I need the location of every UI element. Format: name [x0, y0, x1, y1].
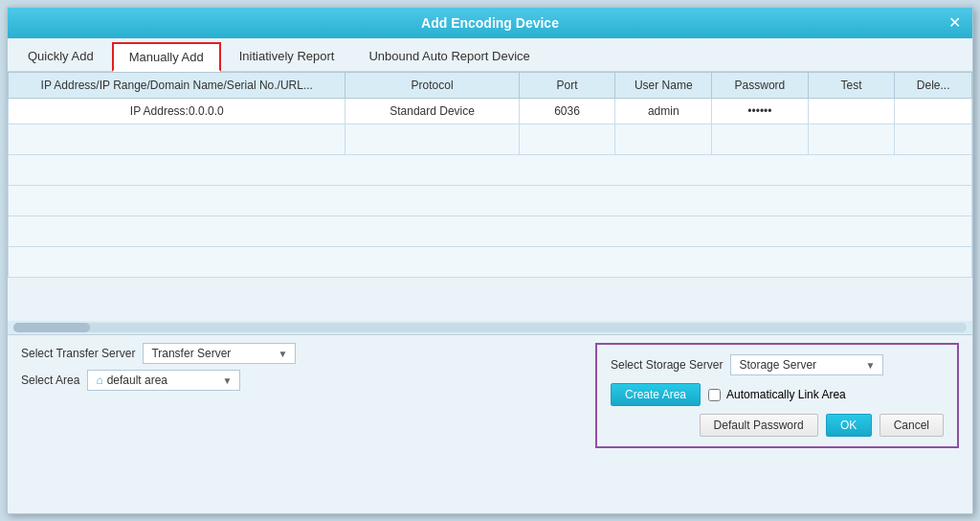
action-buttons-row: Default Password OK Cancel	[611, 414, 944, 437]
cell-address[interactable]: IP Address:0.0.0.0	[9, 99, 345, 125]
tab-unbound-auto-report[interactable]: Unbound Auto Report Device	[352, 42, 546, 71]
table-row-empty	[9, 155, 972, 186]
device-table: IP Address/IP Range/Domain Name/Serial N…	[8, 72, 972, 278]
col-header-port: Port	[519, 73, 615, 99]
cell-protocol[interactable]: Standard Device	[345, 99, 519, 125]
auto-link-label: Automatically Link Area	[726, 388, 846, 401]
tab-manually-add[interactable]: Manually Add	[112, 42, 221, 72]
chevron-down-icon: ▼	[866, 360, 876, 371]
area-select[interactable]: ⌂ default area ▼	[87, 370, 240, 391]
tab-quickly-add[interactable]: Quickly Add	[11, 42, 110, 71]
footer: Select Transfer Server Transfer Server ▼…	[8, 334, 972, 456]
cell-address-empty	[9, 125, 345, 155]
table-row[interactable]: IP Address:0.0.0.0 Standard Device 6036 …	[9, 99, 972, 125]
table-row	[9, 125, 972, 155]
cell-test[interactable]	[808, 99, 895, 125]
cancel-button[interactable]: Cancel	[880, 414, 944, 437]
table-row-empty	[9, 247, 972, 278]
table-row-empty	[9, 216, 972, 247]
col-header-username: User Name	[615, 73, 712, 99]
area-value: default area	[107, 374, 217, 387]
col-header-delete: Dele...	[895, 73, 972, 99]
scrollbar-thumb[interactable]	[13, 323, 90, 332]
cell-test-empty	[808, 125, 895, 155]
chevron-down-icon: ▼	[278, 349, 287, 359]
cell-username[interactable]: admin	[615, 99, 712, 125]
home-icon: ⌂	[96, 374, 102, 387]
col-header-address: IP Address/IP Range/Domain Name/Serial N…	[9, 73, 345, 99]
table-header-row: IP Address/IP Range/Domain Name/Serial N…	[9, 73, 972, 99]
cell-delete[interactable]	[895, 99, 972, 125]
cell-username-empty	[615, 125, 712, 155]
close-button[interactable]: ✕	[946, 14, 963, 32]
auto-link-checkbox[interactable]	[708, 389, 721, 401]
scrollbar-track	[13, 323, 967, 332]
device-table-container: IP Address/IP Range/Domain Name/Serial N…	[8, 72, 972, 321]
transfer-server-select[interactable]: Transfer Server ▼	[143, 343, 296, 364]
transfer-server-label: Select Transfer Server	[21, 347, 135, 360]
col-header-protocol: Protocol	[345, 73, 519, 99]
create-area-row: Create Area Automatically Link Area	[611, 383, 944, 406]
storage-server-select[interactable]: Storage Server ▼	[730, 354, 883, 375]
dialog-title: Add Encoding Device	[34, 15, 946, 31]
transfer-server-value: Transfer Server	[151, 347, 272, 360]
storage-server-row: Select Storage Server Storage Server ▼	[611, 354, 944, 375]
col-header-test: Test	[808, 73, 895, 99]
cell-password[interactable]: ••••••	[712, 99, 809, 125]
storage-server-label: Select Storage Server	[611, 358, 723, 372]
cell-port[interactable]: 6036	[519, 99, 615, 125]
area-label: Select Area	[21, 374, 79, 387]
create-area-button[interactable]: Create Area	[611, 383, 701, 406]
ok-button[interactable]: OK	[826, 414, 872, 437]
auto-link-row: Automatically Link Area	[708, 388, 846, 401]
transfer-server-row: Select Transfer Server Transfer Server ▼	[21, 343, 572, 364]
cell-password-empty	[712, 125, 809, 155]
cell-port-empty	[519, 125, 615, 155]
tab-initiatively-report[interactable]: Initiatively Report	[223, 42, 351, 71]
footer-right-panel: Select Storage Server Storage Server ▼ C…	[595, 343, 959, 448]
add-encoding-device-dialog: Add Encoding Device ✕ Quickly Add Manual…	[7, 7, 973, 514]
table-row-empty	[9, 186, 972, 216]
col-header-password: Password	[712, 73, 809, 99]
chevron-down-icon: ▼	[222, 375, 232, 386]
cell-protocol-empty	[345, 125, 519, 155]
footer-left: Select Transfer Server Transfer Server ▼…	[21, 343, 572, 391]
horizontal-scrollbar[interactable]	[8, 321, 972, 334]
default-password-button[interactable]: Default Password	[700, 414, 818, 437]
area-row: Select Area ⌂ default area ▼	[21, 370, 572, 391]
cell-delete-empty	[895, 125, 972, 155]
storage-server-value: Storage Server	[739, 358, 859, 372]
tabs-bar: Quickly Add Manually Add Initiatively Re…	[8, 38, 972, 72]
title-bar: Add Encoding Device ✕	[8, 8, 972, 38]
